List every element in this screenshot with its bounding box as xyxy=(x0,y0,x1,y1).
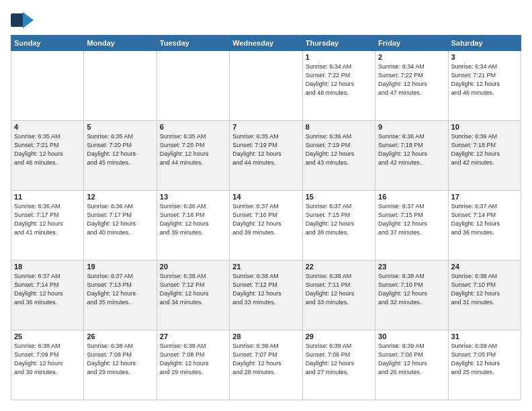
day-number: 14 xyxy=(232,193,299,201)
day-number: 1 xyxy=(306,53,372,61)
header xyxy=(11,11,521,30)
calendar-cell: 25Sunrise: 6:38 AM Sunset: 7:09 PM Dayli… xyxy=(11,330,84,400)
day-number: 13 xyxy=(160,193,226,201)
day-number: 4 xyxy=(14,123,81,131)
calendar-cell xyxy=(11,51,84,121)
calendar-cell: 8Sunrise: 6:36 AM Sunset: 7:19 PM Daylig… xyxy=(302,121,375,191)
calendar-cell: 29Sunrise: 6:39 AM Sunset: 7:06 PM Dayli… xyxy=(302,330,375,400)
day-info: Sunrise: 6:34 AM Sunset: 7:22 PM Dayligh… xyxy=(306,62,372,97)
day-number: 16 xyxy=(378,193,445,201)
day-number: 10 xyxy=(451,123,518,131)
day-info: Sunrise: 6:36 AM Sunset: 7:16 PM Dayligh… xyxy=(160,202,226,237)
calendar-cell: 2Sunrise: 6:34 AM Sunset: 7:22 PM Daylig… xyxy=(375,51,448,121)
calendar-cell: 23Sunrise: 6:38 AM Sunset: 7:10 PM Dayli… xyxy=(375,261,448,330)
day-info: Sunrise: 6:36 AM Sunset: 7:17 PM Dayligh… xyxy=(14,202,81,237)
day-number: 11 xyxy=(14,193,81,201)
day-info: Sunrise: 6:37 AM Sunset: 7:14 PM Dayligh… xyxy=(14,272,81,307)
weekday-header: Sunday xyxy=(11,36,84,51)
calendar-cell: 1Sunrise: 6:34 AM Sunset: 7:22 PM Daylig… xyxy=(302,51,375,121)
day-info: Sunrise: 6:38 AM Sunset: 7:08 PM Dayligh… xyxy=(87,342,153,377)
day-number: 15 xyxy=(306,193,372,201)
page: SundayMondayTuesdayWednesdayThursdayFrid… xyxy=(0,0,532,411)
day-number: 19 xyxy=(87,263,153,271)
calendar-cell: 3Sunrise: 6:34 AM Sunset: 7:21 PM Daylig… xyxy=(448,51,521,121)
day-info: Sunrise: 6:34 AM Sunset: 7:21 PM Dayligh… xyxy=(451,62,518,97)
calendar-cell xyxy=(230,51,302,121)
weekday-header: Thursday xyxy=(302,36,375,51)
day-info: Sunrise: 6:39 AM Sunset: 7:07 PM Dayligh… xyxy=(232,342,299,377)
calendar-week-row: 11Sunrise: 6:36 AM Sunset: 7:17 PM Dayli… xyxy=(11,191,521,261)
day-number: 26 xyxy=(87,332,153,340)
calendar-table: SundayMondayTuesdayWednesdayThursdayFrid… xyxy=(11,35,521,400)
weekday-header: Monday xyxy=(84,36,157,51)
calendar-cell: 4Sunrise: 6:35 AM Sunset: 7:21 PM Daylig… xyxy=(11,121,84,191)
day-number: 22 xyxy=(306,263,372,271)
day-number: 8 xyxy=(306,123,372,131)
calendar-cell: 20Sunrise: 6:38 AM Sunset: 7:12 PM Dayli… xyxy=(157,261,229,330)
day-info: Sunrise: 6:36 AM Sunset: 7:18 PM Dayligh… xyxy=(451,132,518,167)
day-info: Sunrise: 6:38 AM Sunset: 7:09 PM Dayligh… xyxy=(14,342,81,377)
day-number: 29 xyxy=(306,332,372,340)
calendar-week-row: 4Sunrise: 6:35 AM Sunset: 7:21 PM Daylig… xyxy=(11,121,521,191)
logo xyxy=(11,11,38,30)
day-number: 20 xyxy=(160,263,226,271)
calendar-cell: 5Sunrise: 6:35 AM Sunset: 7:20 PM Daylig… xyxy=(84,121,157,191)
calendar-cell: 9Sunrise: 6:36 AM Sunset: 7:18 PM Daylig… xyxy=(375,121,448,191)
weekday-header: Friday xyxy=(375,36,448,51)
calendar-cell: 18Sunrise: 6:37 AM Sunset: 7:14 PM Dayli… xyxy=(11,261,84,330)
calendar-cell: 19Sunrise: 6:37 AM Sunset: 7:13 PM Dayli… xyxy=(84,261,157,330)
day-number: 7 xyxy=(232,123,299,131)
day-number: 12 xyxy=(87,193,153,201)
day-number: 30 xyxy=(378,332,445,340)
calendar-cell: 16Sunrise: 6:37 AM Sunset: 7:15 PM Dayli… xyxy=(375,191,448,261)
calendar-cell: 15Sunrise: 6:37 AM Sunset: 7:15 PM Dayli… xyxy=(302,191,375,261)
calendar-cell: 12Sunrise: 6:36 AM Sunset: 7:17 PM Dayli… xyxy=(84,191,157,261)
day-number: 9 xyxy=(378,123,445,131)
calendar-cell: 28Sunrise: 6:39 AM Sunset: 7:07 PM Dayli… xyxy=(230,330,302,400)
day-info: Sunrise: 6:35 AM Sunset: 7:19 PM Dayligh… xyxy=(232,132,299,167)
calendar-week-row: 25Sunrise: 6:38 AM Sunset: 7:09 PM Dayli… xyxy=(11,330,521,400)
day-info: Sunrise: 6:37 AM Sunset: 7:13 PM Dayligh… xyxy=(87,272,153,307)
day-info: Sunrise: 6:39 AM Sunset: 7:08 PM Dayligh… xyxy=(160,342,226,377)
day-info: Sunrise: 6:36 AM Sunset: 7:19 PM Dayligh… xyxy=(306,132,372,167)
calendar-cell: 22Sunrise: 6:38 AM Sunset: 7:11 PM Dayli… xyxy=(302,261,375,330)
calendar-cell: 13Sunrise: 6:36 AM Sunset: 7:16 PM Dayli… xyxy=(157,191,229,261)
calendar-cell: 7Sunrise: 6:35 AM Sunset: 7:19 PM Daylig… xyxy=(230,121,302,191)
day-info: Sunrise: 6:37 AM Sunset: 7:15 PM Dayligh… xyxy=(378,202,445,237)
day-number: 18 xyxy=(14,263,81,271)
day-info: Sunrise: 6:38 AM Sunset: 7:11 PM Dayligh… xyxy=(306,272,372,307)
calendar-cell: 30Sunrise: 6:39 AM Sunset: 7:06 PM Dayli… xyxy=(375,330,448,400)
day-number: 21 xyxy=(232,263,299,271)
day-number: 31 xyxy=(451,332,518,340)
day-number: 23 xyxy=(378,263,445,271)
day-info: Sunrise: 6:35 AM Sunset: 7:20 PM Dayligh… xyxy=(160,132,226,167)
day-number: 2 xyxy=(378,53,445,61)
calendar-cell: 21Sunrise: 6:38 AM Sunset: 7:12 PM Dayli… xyxy=(230,261,302,330)
day-info: Sunrise: 6:39 AM Sunset: 7:06 PM Dayligh… xyxy=(378,342,445,377)
day-number: 17 xyxy=(451,193,518,201)
logo-icon xyxy=(11,11,35,30)
day-number: 28 xyxy=(232,332,299,340)
calendar-cell: 24Sunrise: 6:38 AM Sunset: 7:10 PM Dayli… xyxy=(448,261,521,330)
calendar-cell: 31Sunrise: 6:39 AM Sunset: 7:05 PM Dayli… xyxy=(448,330,521,400)
weekday-header: Saturday xyxy=(448,36,521,51)
calendar-week-row: 18Sunrise: 6:37 AM Sunset: 7:14 PM Dayli… xyxy=(11,261,521,330)
day-info: Sunrise: 6:38 AM Sunset: 7:12 PM Dayligh… xyxy=(232,272,299,307)
day-number: 27 xyxy=(160,332,226,340)
calendar-cell xyxy=(84,51,157,121)
day-info: Sunrise: 6:37 AM Sunset: 7:16 PM Dayligh… xyxy=(232,202,299,237)
day-number: 5 xyxy=(87,123,153,131)
day-info: Sunrise: 6:37 AM Sunset: 7:14 PM Dayligh… xyxy=(451,202,518,237)
day-number: 6 xyxy=(160,123,226,131)
weekday-header: Wednesday xyxy=(230,36,302,51)
calendar-cell: 27Sunrise: 6:39 AM Sunset: 7:08 PM Dayli… xyxy=(157,330,229,400)
calendar-cell: 17Sunrise: 6:37 AM Sunset: 7:14 PM Dayli… xyxy=(448,191,521,261)
calendar-header-row: SundayMondayTuesdayWednesdayThursdayFrid… xyxy=(11,36,521,51)
svg-rect-0 xyxy=(11,13,24,27)
day-info: Sunrise: 6:36 AM Sunset: 7:18 PM Dayligh… xyxy=(378,132,445,167)
day-info: Sunrise: 6:37 AM Sunset: 7:15 PM Dayligh… xyxy=(306,202,372,237)
calendar-week-row: 1Sunrise: 6:34 AM Sunset: 7:22 PM Daylig… xyxy=(11,51,521,121)
calendar-cell: 11Sunrise: 6:36 AM Sunset: 7:17 PM Dayli… xyxy=(11,191,84,261)
day-info: Sunrise: 6:36 AM Sunset: 7:17 PM Dayligh… xyxy=(87,202,153,237)
calendar-cell: 6Sunrise: 6:35 AM Sunset: 7:20 PM Daylig… xyxy=(157,121,229,191)
